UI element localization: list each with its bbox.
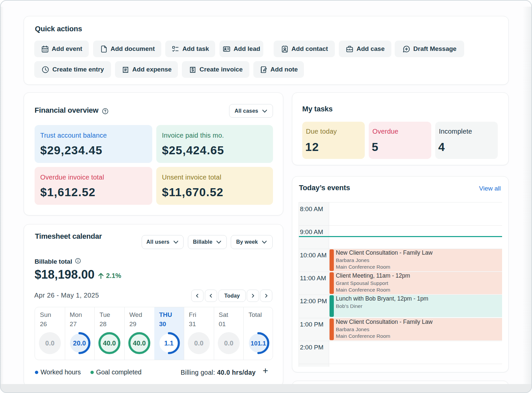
svg-text:0.0: 0.0 (45, 339, 55, 347)
svg-text:0.0: 0.0 (224, 339, 233, 347)
svg-text:40.0: 40.0 (103, 339, 116, 347)
svg-text:0.0: 0.0 (194, 339, 203, 347)
svg-text:101.1: 101.1 (251, 340, 266, 347)
svg-text:20.0: 20.0 (73, 339, 86, 347)
svg-text:1.1: 1.1 (164, 339, 174, 347)
svg-text:40.0: 40.0 (133, 339, 146, 347)
